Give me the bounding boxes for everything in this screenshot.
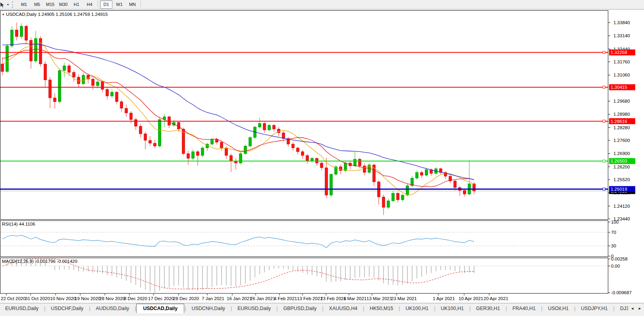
- chart-tab-dj30-15[interactable]: DJ30,Weekly: [615, 304, 629, 313]
- candle-body: [182, 129, 185, 153]
- chart-canvas[interactable]: 1.338401.331401.324401.317601.310601.296…: [0, 10, 644, 316]
- timeframe-button-m1[interactable]: M1: [18, 0, 30, 9]
- chart-tab-usoil-13[interactable]: USOil,H1: [543, 304, 574, 313]
- candle-body: [401, 195, 404, 200]
- timeframe-button-h4[interactable]: H4: [83, 0, 96, 9]
- candle-body: [273, 125, 276, 129]
- candle-body: [306, 155, 309, 161]
- price-tick-label: 1.31060: [613, 73, 630, 77]
- candle-body: [220, 142, 223, 148]
- hline-handle[interactable]: [603, 120, 605, 123]
- candle-body: [425, 170, 428, 175]
- candle-body: [268, 125, 271, 130]
- main-panel: [0, 11, 608, 220]
- hline-handle[interactable]: [603, 51, 605, 54]
- rsi-panel: [0, 221, 608, 257]
- date-label: 10 Nov 2020: [50, 296, 76, 301]
- timeframe-button-m15[interactable]: M15: [44, 0, 56, 9]
- candle-body: [120, 102, 123, 108]
- candle-body: [158, 120, 161, 146]
- candle-body: [463, 190, 466, 194]
- chart-tab-audusd-2[interactable]: AUDUSD,Daily: [91, 304, 134, 313]
- price-tick-label: 1.33140: [613, 33, 630, 38]
- chart-tab-bar: EURUSD,Daily|USDCHF,Daily|AUDUSD,Daily|U…: [0, 303, 644, 316]
- candle-body: [25, 26, 28, 40]
- chart-tab-usdchf-1[interactable]: USDCHF,Daily: [46, 304, 89, 313]
- candle-body: [11, 30, 13, 46]
- macd-tick-label: -0.009687: [611, 290, 632, 295]
- chart-tab-fra40-12[interactable]: FRA40,H1: [507, 304, 541, 313]
- chart-tab-eurusd-0[interactable]: EURUSD,Daily: [0, 304, 44, 313]
- candle-body: [125, 108, 128, 113]
- candle-body: [15, 30, 18, 37]
- candle-body: [278, 129, 280, 133]
- date-label: 26 Jan 2021: [250, 296, 275, 301]
- candle-body: [325, 168, 328, 195]
- candle-body: [96, 82, 99, 86]
- candle-body: [92, 79, 94, 86]
- candle-body: [44, 64, 47, 80]
- chart-tab-usdcad-3[interactable]: USDCAD,Daily: [136, 304, 184, 313]
- rsi-indicator-label: RSI(14) 44.1106: [2, 222, 35, 226]
- timeframe-button-m30[interactable]: M30: [57, 0, 69, 9]
- timeframe-button-w1[interactable]: W1: [113, 0, 125, 9]
- date-label: 23 Mar 2021: [391, 296, 417, 301]
- date-label: 7 Jan 2021: [202, 296, 224, 301]
- candle-body: [263, 123, 266, 130]
- chart-tab-gbpusd-6[interactable]: GBPUSD,Daily: [278, 304, 322, 313]
- hline-price-label: 1.25019: [611, 187, 627, 192]
- candle-body: [144, 134, 147, 140]
- crosshair-cursor-tool-icon[interactable]: [0, 1, 6, 8]
- candle-body: [39, 38, 42, 64]
- candle-body: [154, 143, 156, 146]
- chart-tab-xauusd-7[interactable]: XAUUSD,H4: [324, 304, 363, 313]
- tab-scroll-right-icon[interactable]: ►: [638, 306, 642, 310]
- candle-body: [320, 163, 323, 168]
- chart-tab-hk50-8[interactable]: HK50,M15: [364, 304, 398, 313]
- price-tick-label: 1.33840: [613, 20, 630, 25]
- macd-tick-label: 0.00: [611, 264, 620, 268]
- chart-tab-usdjpy-14[interactable]: USDJPY,H1: [576, 304, 613, 313]
- date-label: 31 Oct 2020: [25, 296, 50, 301]
- timeframe-button-m5[interactable]: M5: [31, 0, 43, 9]
- timeframe-button-d1[interactable]: D1: [100, 0, 112, 9]
- hline-handle[interactable]: [603, 160, 605, 162]
- price-tick-label: 1.29680: [613, 99, 630, 103]
- hline-handle[interactable]: [603, 188, 605, 190]
- candle-body: [68, 66, 71, 73]
- candle-body: [54, 98, 56, 102]
- chart-tab-ger30-11[interactable]: GER30,H1: [471, 304, 505, 313]
- tool-dropdown-caret-icon[interactable]: ▾: [7, 3, 9, 6]
- rsi-tick-label: 70: [611, 230, 616, 235]
- candle-body: [197, 152, 199, 156]
- candle-body: [339, 167, 342, 171]
- chart-tabs: EURUSD,Daily|USDCHF,Daily|AUDUSD,Daily|U…: [0, 303, 628, 314]
- macd-indicator-label: MACD(12,26,9) -0.001796 -0.001420: [2, 259, 77, 264]
- timeframe-toolbar: ▾ M1M5M15M30H1H4D1W1MN: [0, 0, 644, 10]
- date-label: 19 Nov 2020: [75, 296, 100, 301]
- macd-tick-label: 0.00258: [611, 257, 628, 261]
- date-label: 10 Apr 2021: [459, 296, 483, 301]
- price-tick-label: 1.31760: [613, 59, 630, 64]
- date-label: 17 Dec 2020: [148, 296, 174, 301]
- candle-body: [35, 38, 37, 61]
- timeframe-button-mn[interactable]: MN: [126, 0, 139, 9]
- candle-body: [420, 172, 423, 175]
- price-tick-label: 1.28280: [613, 125, 630, 130]
- chart-tab-uk100-9[interactable]: UK100,H1: [400, 304, 434, 313]
- candle-body: [244, 146, 247, 153]
- candle-body: [354, 159, 357, 166]
- date-label: 13 Mar 2021: [366, 296, 392, 301]
- date-label: 1 Apr 2021: [433, 296, 455, 301]
- candle-body: [192, 152, 195, 159]
- chart-tab-uk100-10[interactable]: UK100,H1: [436, 304, 469, 313]
- rsi-tick-label: 100: [611, 220, 619, 224]
- chart-tab-usdcnh-4[interactable]: USDCNH,Daily: [186, 304, 230, 313]
- chart-tab-eurusd-5[interactable]: EURUSD,Daily: [232, 304, 276, 313]
- candle-body: [201, 148, 204, 155]
- hline-handle[interactable]: [603, 86, 605, 88]
- date-label: 16 Jan 2021: [227, 296, 252, 301]
- timeframe-button-h1[interactable]: H1: [70, 0, 83, 9]
- hline-price-label: 1.32258: [611, 50, 627, 55]
- tab-scroll-left-icon[interactable]: ◄: [631, 306, 634, 310]
